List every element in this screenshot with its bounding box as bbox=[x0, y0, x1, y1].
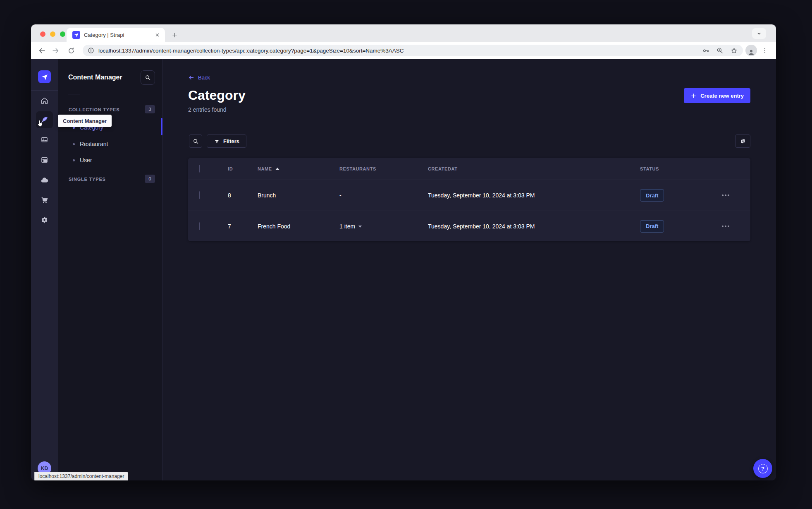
content-manager-tooltip: Content Manager bbox=[58, 115, 112, 127]
home-icon bbox=[40, 96, 49, 105]
collection-types-label: COLLECTION TYPES bbox=[69, 107, 119, 112]
single-types-label: SINGLE TYPES bbox=[69, 177, 106, 182]
filters-label: Filters bbox=[223, 138, 239, 144]
main-content: Back Category 2 entries found Create new… bbox=[162, 59, 776, 480]
nav-cloud-button[interactable] bbox=[36, 172, 53, 189]
cell-id: 8 bbox=[218, 192, 248, 199]
back-arrow-icon bbox=[188, 74, 194, 81]
view-settings-button[interactable] bbox=[735, 134, 750, 148]
cell-name: Brunch bbox=[248, 192, 330, 199]
window-controls bbox=[40, 31, 65, 37]
select-all-checkbox[interactable] bbox=[199, 165, 200, 173]
create-new-entry-button[interactable]: Create new entry bbox=[684, 88, 750, 103]
site-info-icon[interactable] bbox=[87, 46, 95, 55]
main-nav-rail: KD bbox=[31, 59, 58, 480]
nav-marketplace-button[interactable] bbox=[36, 192, 53, 209]
browser-profile-button[interactable] bbox=[745, 45, 757, 56]
column-header-status[interactable]: STATUS bbox=[630, 166, 714, 171]
browser-menu-button[interactable] bbox=[759, 45, 770, 56]
media-library-icon bbox=[40, 135, 49, 144]
single-types-count: 0 bbox=[145, 175, 155, 183]
strapi-favicon-icon bbox=[72, 31, 80, 39]
restaurants-dropdown[interactable]: 1 item bbox=[339, 223, 418, 230]
cloud-icon bbox=[40, 176, 49, 185]
create-new-entry-label: Create new entry bbox=[700, 93, 744, 99]
row-checkbox[interactable] bbox=[199, 191, 200, 199]
nav-content-type-builder-button[interactable] bbox=[36, 151, 53, 168]
browser-forward-button[interactable] bbox=[50, 45, 61, 56]
settings-gear-icon bbox=[40, 216, 49, 224]
page-title: Category bbox=[188, 88, 246, 103]
tab-close-icon[interactable] bbox=[153, 31, 161, 39]
password-manager-icon[interactable] bbox=[702, 46, 710, 55]
chevron-down-icon bbox=[358, 226, 362, 228]
column-header-name[interactable]: NAME bbox=[248, 166, 330, 171]
url-bar[interactable]: localhost:1337/admin/content-manager/col… bbox=[83, 45, 743, 56]
collection-types-count: 3 bbox=[145, 105, 155, 113]
plus-icon bbox=[690, 93, 697, 99]
user-initials: KD bbox=[41, 466, 48, 471]
bullet-icon bbox=[73, 159, 75, 161]
browser-back-button[interactable] bbox=[36, 45, 47, 56]
bullet-icon bbox=[73, 143, 75, 145]
sidebar-item-user[interactable]: User bbox=[58, 153, 162, 168]
link-status-bubble: localhost:1337/admin/content-manager bbox=[34, 472, 128, 480]
table-header-row: ID NAME RESTAURANTS CREATEDAT STATUS bbox=[188, 158, 750, 180]
question-mark-icon: ? bbox=[758, 464, 768, 473]
cell-restaurants: - bbox=[330, 192, 418, 199]
sidebar-item-label: User bbox=[80, 157, 92, 163]
content-type-builder-icon bbox=[40, 156, 49, 164]
sidebar-item-label: Restaurant bbox=[80, 141, 108, 147]
subnav-title: Content Manager bbox=[68, 74, 122, 81]
column-header-createdat[interactable]: CREATEDAT bbox=[418, 166, 630, 171]
back-label: Back bbox=[198, 74, 210, 81]
column-header-id[interactable]: ID bbox=[218, 166, 248, 171]
sort-ascending-icon bbox=[275, 168, 279, 170]
nav-home-button[interactable] bbox=[36, 92, 53, 109]
row-actions-menu-button[interactable] bbox=[714, 194, 750, 196]
sidebar-item-restaurant[interactable]: Restaurant bbox=[58, 137, 162, 151]
row-actions-menu-button[interactable] bbox=[714, 226, 750, 227]
bookmark-star-icon[interactable] bbox=[730, 46, 738, 55]
url-text[interactable]: localhost:1337/admin/content-manager/col… bbox=[98, 48, 697, 54]
entries-count: 2 entries found bbox=[188, 106, 227, 113]
gear-icon bbox=[740, 138, 746, 144]
nav-settings-button[interactable] bbox=[36, 211, 53, 228]
search-icon bbox=[193, 138, 199, 144]
status-badge: Draft bbox=[640, 220, 664, 233]
table-row[interactable]: 7 French Food 1 item Tuesday, September … bbox=[188, 211, 750, 241]
help-button[interactable]: ? bbox=[753, 459, 772, 478]
cell-name: French Food bbox=[248, 223, 330, 230]
cell-id: 7 bbox=[218, 223, 248, 230]
tab-strip: Category | Strapi bbox=[31, 24, 776, 42]
entries-table: ID NAME RESTAURANTS CREATEDAT STATUS 8 B… bbox=[188, 158, 750, 241]
filters-button[interactable]: Filters bbox=[207, 134, 246, 148]
new-tab-button[interactable] bbox=[169, 29, 180, 40]
column-header-restaurants[interactable]: RESTAURANTS bbox=[330, 166, 418, 171]
nav-media-library-button[interactable] bbox=[36, 131, 53, 148]
cell-createdat: Tuesday, September 10, 2024 at 3:03 PM bbox=[418, 223, 630, 230]
browser-toolbar: localhost:1337/admin/content-manager/col… bbox=[31, 42, 776, 59]
rail-divider bbox=[31, 90, 58, 91]
subnav-divider bbox=[68, 94, 80, 94]
row-checkbox[interactable] bbox=[199, 222, 200, 230]
browser-tab[interactable]: Category | Strapi bbox=[67, 28, 165, 42]
marketplace-cart-icon bbox=[40, 196, 49, 204]
strapi-logo[interactable] bbox=[38, 70, 51, 83]
tab-title: Category | Strapi bbox=[84, 32, 153, 38]
strapi-app: KD Content Manager COLLECTION TYPES 3 Ca… bbox=[31, 59, 776, 480]
zoom-page-icon[interactable] bbox=[716, 46, 724, 55]
window-close-button[interactable] bbox=[40, 31, 45, 37]
window-zoom-button[interactable] bbox=[60, 31, 65, 37]
tab-search-button[interactable] bbox=[752, 28, 766, 39]
browser-reload-button[interactable] bbox=[66, 45, 76, 56]
status-badge: Draft bbox=[640, 189, 664, 202]
window-minimize-button[interactable] bbox=[50, 31, 55, 37]
back-link[interactable]: Back bbox=[188, 74, 210, 81]
browser-window: Category | Strapi localhost:1337/admin/c… bbox=[31, 24, 776, 480]
table-search-button[interactable] bbox=[189, 134, 202, 148]
filter-icon bbox=[214, 138, 220, 144]
search-icon bbox=[145, 74, 151, 81]
table-row[interactable]: 8 Brunch - Tuesday, September 10, 2024 a… bbox=[188, 180, 750, 211]
subnav-search-button[interactable] bbox=[141, 70, 155, 85]
